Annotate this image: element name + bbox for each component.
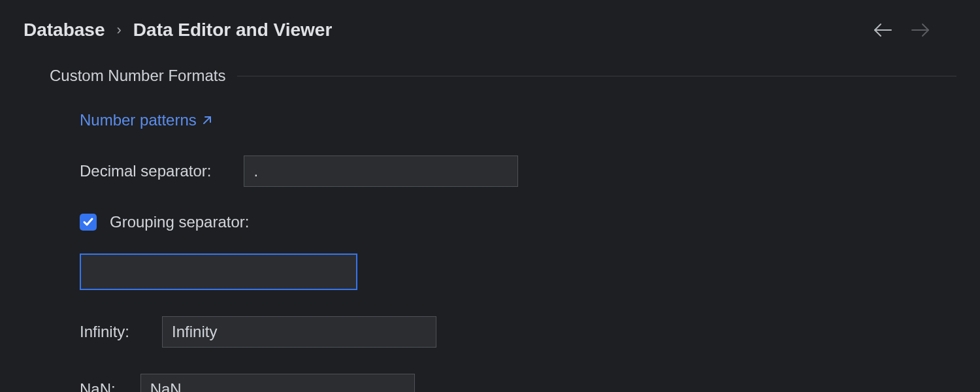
number-patterns-link[interactable]: Number patterns bbox=[80, 111, 212, 129]
external-link-icon bbox=[202, 115, 212, 125]
back-arrow-icon[interactable] bbox=[873, 22, 892, 38]
breadcrumb-root[interactable]: Database bbox=[24, 20, 105, 41]
breadcrumb-separator: › bbox=[117, 22, 122, 39]
section-divider bbox=[237, 76, 956, 76]
breadcrumb-current[interactable]: Data Editor and Viewer bbox=[133, 20, 332, 41]
svg-line-2 bbox=[204, 117, 210, 123]
link-label: Number patterns bbox=[80, 111, 197, 129]
content: Custom Number Formats Number patterns De… bbox=[0, 41, 980, 392]
breadcrumb: Database › Data Editor and Viewer bbox=[24, 20, 332, 41]
section-body: Number patterns Decimal separator: Group… bbox=[50, 85, 956, 392]
nav-arrows bbox=[873, 22, 956, 38]
decimal-separator-row: Decimal separator: bbox=[80, 155, 956, 187]
grouping-separator-row: Grouping separator: bbox=[80, 213, 956, 231]
decimal-separator-input[interactable] bbox=[244, 155, 518, 187]
grouping-separator-label: Grouping separator: bbox=[110, 213, 249, 231]
infinity-input[interactable] bbox=[162, 316, 436, 348]
section-header: Custom Number Formats bbox=[50, 67, 956, 85]
decimal-separator-label: Decimal separator: bbox=[80, 162, 211, 180]
section-title: Custom Number Formats bbox=[50, 67, 225, 85]
grouping-separator-input[interactable] bbox=[80, 253, 357, 290]
infinity-label: Infinity: bbox=[80, 323, 129, 341]
grouping-separator-checkbox[interactable] bbox=[80, 214, 97, 231]
nan-label: NaN: bbox=[80, 380, 116, 392]
forward-arrow-icon bbox=[911, 22, 930, 38]
nan-input[interactable] bbox=[140, 374, 415, 392]
infinity-row: Infinity: bbox=[80, 316, 956, 348]
nan-row: NaN: bbox=[80, 374, 956, 392]
header: Database › Data Editor and Viewer bbox=[0, 0, 980, 41]
